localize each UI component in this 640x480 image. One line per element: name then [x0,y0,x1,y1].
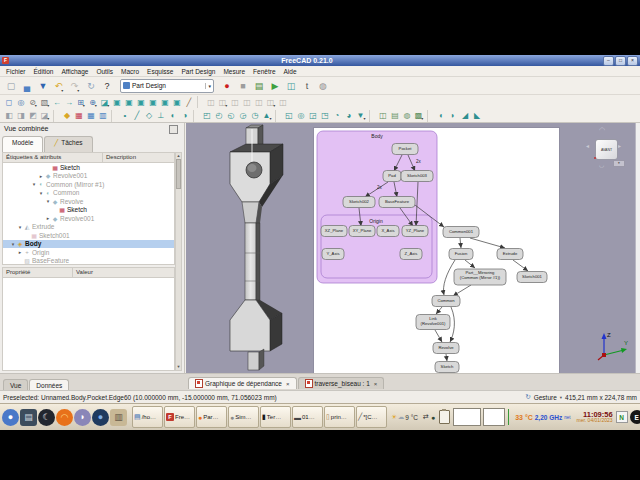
menu-outils[interactable]: Outils [92,68,117,75]
dropdown-caret-icon[interactable]: ▾ [273,103,275,108]
window-terminal[interactable]: ▮Ter… [260,406,291,428]
close-tab-icon[interactable]: × [286,381,290,387]
thunderbird-launcher[interactable]: ◗ [74,409,91,426]
menu-dition[interactable]: Édition [30,68,58,75]
fit-selection-button[interactable]: ⊕▾ [88,97,99,108]
view-bottom-button[interactable]: ▣ [160,97,171,108]
link-import-all-button[interactable]: ◫ [254,97,265,108]
mesh-sphere-button[interactable]: ◍ [316,79,330,93]
dropdown-caret-icon[interactable]: ▾ [35,103,37,108]
menu-macro[interactable]: Macro [117,68,143,75]
link-select-button[interactable]: ◫▾ [266,97,277,108]
workbench-selector[interactable]: Part Design▾ [120,79,214,93]
dropdown-caret-icon[interactable]: ▾ [421,116,423,121]
workspace-2[interactable] [483,408,505,426]
fit-all-button[interactable]: ⊞▾ [76,97,87,108]
whats-this-button[interactable]: ? [100,79,114,93]
window-print[interactable]: ▯prin… [324,406,355,428]
navigation-cube[interactable]: ◠ ◂ ▸ ◡ AVANT ▾ [585,128,627,170]
dropdown-caret-icon[interactable]: ▾ [107,103,109,108]
tree-item-origin[interactable]: ▸+Origin [3,248,174,257]
datum-line-button[interactable]: ╱ [132,110,143,121]
tree-item-revolve[interactable]: ▾◆Revolve [3,197,174,206]
scroll-thumb[interactable] [176,159,181,189]
datum-point-button[interactable]: • [120,110,131,121]
tree-header[interactable]: Étiquettes & attributs Description [2,152,175,163]
multi-transform-button[interactable]: ▩▾ [414,110,425,121]
app-menu-launcher[interactable]: ● [2,409,19,426]
menu-fichier[interactable]: Fichier [2,68,30,75]
scroll-down-icon[interactable]: ▼ [176,364,181,370]
weather-widget[interactable]: ☀☁9 °C [391,413,418,421]
dropdown-caret-icon[interactable]: ▾ [225,103,227,108]
window-firefox[interactable]: ●Par… [196,406,227,428]
view-top-button[interactable]: ▣ [124,97,135,108]
polar-pattern-button[interactable]: ◍ [402,110,413,121]
linear-pattern-button[interactable]: ▤ [390,110,401,121]
chamfer-button[interactable]: ◗ [448,110,459,121]
monitor-icon[interactable]: N [616,411,628,423]
dropdown-caret-icon[interactable]: ▾ [95,103,97,108]
tree-item-common[interactable]: ▾◐Common [3,189,174,198]
view-right-button[interactable]: ▣ [136,97,147,108]
tree-item-basefeature[interactable]: ▧BaseFeature [3,257,174,266]
window-sim[interactable]: ●Sim… [228,406,259,428]
open-folder-button[interactable]: ▄ [20,79,34,93]
menu-e-icon[interactable]: E [630,410,640,424]
part-boolean-button[interactable]: ◧ [4,110,15,121]
tree-item-body[interactable]: ▾◈Body [3,240,174,249]
tree-item-revolve001[interactable]: ▸◆Revolve001 [3,172,174,181]
minimize-button[interactable]: – [603,56,614,66]
bounding-box-button[interactable]: ▧▾ [40,97,51,108]
menu-fen-tre[interactable]: Fenêtre [249,68,279,75]
view-left-button[interactable]: ▣ [172,97,183,108]
nav-forward-button[interactable]: → [64,97,75,108]
nav-cube-menu[interactable]: ▾ [613,160,625,167]
map-sketch-button[interactable]: ▥ [98,110,109,121]
measure-button[interactable]: ╱ [184,97,195,108]
clone-tool-button[interactable]: ◑ [180,110,191,121]
create-sketch-button[interactable]: ▦ [74,110,85,121]
maximize-button[interactable]: □ [615,56,626,66]
menu-part-design[interactable]: Part Design [177,68,219,75]
tree-item-revolve001[interactable]: ▸◆Revolve001 [3,214,174,223]
panel-scrollbar[interactable]: ▲ ▼ [175,152,182,371]
window-media[interactable]: ▬01… [292,406,323,428]
dropdown-caret-icon[interactable]: ▾ [269,116,271,121]
fillet-button[interactable]: ◖ [436,110,447,121]
macro-edit-button[interactable]: ▤ [252,79,266,93]
draft-tool-button[interactable]: ◢ [460,110,471,121]
rotate-left-icon[interactable]: ◂ [586,142,589,149]
tree-item-extrude[interactable]: ▾◭Extrude [3,223,174,232]
groove-button[interactable]: ◲ [308,110,319,121]
link-go-button[interactable]: ◫ [278,97,289,108]
mdi-tab-traverse-biseau-1[interactable]: traverse_biseau : 1× [298,377,385,389]
dropdown-caret-icon[interactable]: ▾ [47,116,49,121]
nav-style-selector[interactable]: Gesture [534,394,557,401]
dependency-graph-window[interactable]: BodyOrigin2x2xPocketPadSketch003Sketch00… [313,127,560,373]
macro-record-button[interactable]: ● [220,79,234,93]
close-button[interactable]: × [627,56,638,66]
view-axonometric-button[interactable]: ◪▾ [100,97,111,108]
datum-plane-button[interactable]: ◇ [144,110,155,121]
tab-mod-le[interactable]: Modèle [2,136,43,152]
subtractive-loft-button[interactable]: ◳ [320,110,331,121]
view-rear-button[interactable]: ▣ [148,97,159,108]
additive-helix-button[interactable]: ◷ [250,110,261,121]
zoom-tool-button[interactable]: ◎ [16,97,27,108]
dropdown-caret-icon[interactable]: ▾ [363,116,365,121]
nav-cube-front-face[interactable]: AVANT [595,139,618,160]
view-front-button[interactable]: ▣ [112,97,123,108]
additive-primitive-button[interactable]: ▲▾ [262,110,273,121]
link-replace-button[interactable]: ◫▾ [218,97,229,108]
dropdown-caret-icon[interactable]: ▾ [77,88,79,93]
undo-button[interactable]: ↶▾ [52,79,66,93]
workspace-1[interactable] [453,408,481,426]
part-extrude-tool-button[interactable]: ◨ [16,110,27,121]
texture-tool-button[interactable]: t [300,79,314,93]
box-selection-button[interactable]: ◻ [4,97,15,108]
file-manager-launcher[interactable]: ▤ [20,409,37,426]
nav-back-button[interactable]: ← [52,97,63,108]
dropdown-caret-icon[interactable]: ▾ [83,103,85,108]
pocket-tool-button[interactable]: ◱ [284,110,295,121]
